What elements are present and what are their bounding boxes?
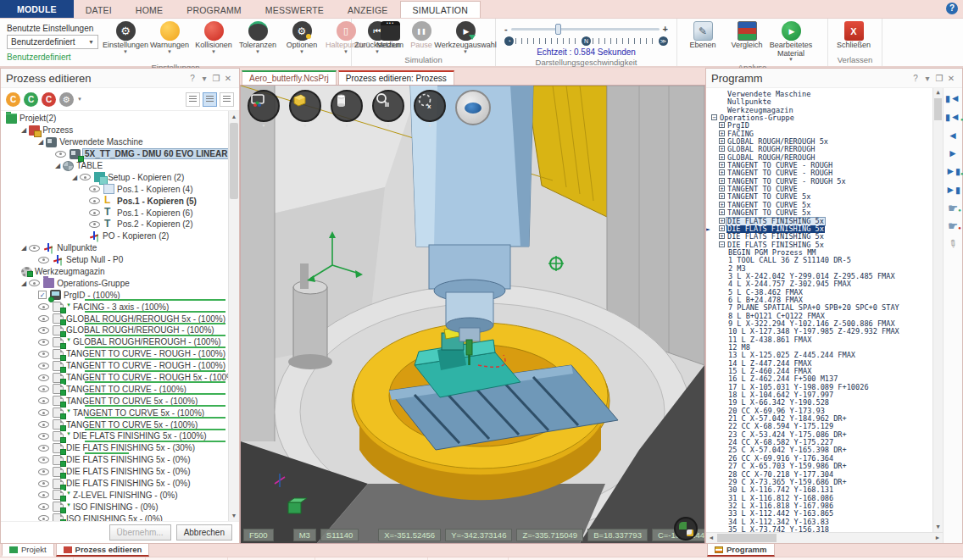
scroll-thumb[interactable] [230, 123, 238, 199]
machine-3d-view[interactable]: ▼ ▼ ▼ ▼ x ▼ F500M3S11140X=-351.52456Y=-3… [240, 85, 705, 544]
visibility-eye-icon[interactable] [38, 445, 49, 452]
ribbon-button[interactable]: Kollisionen ▼ [192, 20, 236, 54]
visibility-eye-icon[interactable] [38, 457, 49, 463]
tree-row[interactable]: ◢ ISO FINISHING 5x - (0%) [1, 513, 239, 521]
tree-row[interactable]: ◢ Operations-Gruppe [1, 277, 239, 289]
nc-code-line[interactable]: 35 L X-73.742 Y-156.318 [710, 526, 931, 532]
bottom-tab[interactable]: Programm [707, 544, 775, 557]
speed-plus[interactable]: + [663, 24, 668, 34]
zoom-view-button[interactable]: ▼ [372, 90, 404, 128]
scroll-up-icon[interactable]: ▲ [933, 88, 943, 97]
apply-button[interactable]: Übernehm... [109, 524, 171, 541]
expander-icon[interactable]: ◢ [72, 174, 77, 181]
tree-row[interactable]: ◢ DIE FLATS FINISHING 5x - (0%) [1, 466, 239, 478]
remove-stop-condition-icon[interactable]: ☛ [948, 221, 958, 231]
tree-row[interactable]: ◢ DIE FLATS FINISHING 5x - (30%) [1, 442, 239, 454]
bottom-tab[interactable]: Projekt [2, 544, 54, 557]
ribbon-tab[interactable]: HOME [124, 2, 175, 18]
tree-row[interactable]: ◢ TANGENT TO CURVE - ROUGH 5x - (100%) [1, 372, 239, 384]
scroll-right-icon[interactable]: ► [932, 533, 943, 543]
expand-box-icon[interactable]: + [719, 122, 725, 128]
tree-row[interactable]: ◢ FACING - 3 axis - (100%) [1, 301, 239, 313]
expand-box-icon[interactable]: − [719, 241, 725, 247]
expander-icon[interactable]: ◢ [21, 244, 26, 252]
scroll-down-icon[interactable]: ▼ [229, 510, 239, 521]
expand-box-icon[interactable]: + [719, 186, 725, 191]
checkbox[interactable] [38, 291, 47, 299]
tree-row[interactable]: ◢ TANGENT TO CURVE 5x - (100%) [1, 407, 239, 419]
visibility-eye-icon[interactable] [38, 421, 49, 428]
visibility-eye-icon[interactable] [38, 385, 49, 392]
visibility-eye-icon[interactable] [38, 491, 49, 498]
expand-box-icon[interactable]: + [719, 225, 725, 231]
expand-box-icon[interactable]: + [719, 138, 725, 144]
visibility-eye-icon[interactable] [38, 409, 49, 416]
back-to-collision-icon[interactable]: ▮◄ [945, 112, 960, 123]
tree-row[interactable]: ◢ GLOBAL ROUGH/REROUGH - (100%) [1, 324, 239, 336]
settings-copy-button[interactable] [59, 92, 74, 107]
ribbon-button[interactable]: Werkzeugauswahl ▼ [443, 20, 487, 54]
expand-box-icon[interactable]: + [719, 169, 725, 175]
help-icon[interactable]: ? [946, 3, 958, 14]
tree-row[interactable]: ◢ TANGENT TO CURVE - ROUGH - (100%) [1, 348, 239, 360]
expand-box-icon[interactable]: + [719, 162, 725, 168]
stock-view-button[interactable]: ▼ [289, 90, 321, 128]
tree-row[interactable]: ◢ DIE FLATS FINISHING 5x - (100%) [1, 430, 239, 442]
visibility-eye-icon[interactable] [38, 515, 49, 521]
ribbon-tab[interactable]: SIMULATION [400, 1, 481, 18]
material-removal-button[interactable]: ▼ [331, 90, 363, 128]
panel-close-icon[interactable]: ✕ [945, 74, 957, 83]
tree-row[interactable]: ◢ Nullpunkte [1, 242, 239, 254]
axis-indicator-gadget[interactable] [674, 517, 698, 541]
ribbon-button[interactable]: Vergleich ▼ [725, 20, 769, 62]
tree-row[interactable]: ◢ DIE FLATS FINISHING 5x - (0%) [1, 454, 239, 466]
visibility-eye-icon[interactable] [38, 397, 49, 404]
visibility-eye-icon[interactable] [38, 469, 49, 475]
tree-row[interactable]: ◢ Pos.1 - Kopieren (5) [1, 195, 239, 207]
panel-undock-icon[interactable]: ❐ [210, 74, 222, 83]
tree-row[interactable]: ◢ TANGENT TO CURVE - ROUGH - (100%) [1, 360, 239, 372]
ribbon-button[interactable]: Optionen ▼ [280, 20, 324, 54]
tree-row[interactable]: ◢ PrgID - (100%) [1, 289, 239, 301]
tree-row[interactable]: ◢ TANGENT TO CURVE - (100%) [1, 383, 239, 395]
visibility-eye-icon[interactable] [29, 245, 40, 252]
chevron-down-icon[interactable]: ▼ [77, 97, 82, 102]
visibility-eye-icon[interactable] [38, 433, 49, 440]
expand-box-icon[interactable]: + [719, 193, 725, 199]
panel-help-icon[interactable]: ? [910, 74, 921, 83]
tree-row[interactable]: ◢ Pos.2 - Kopieren (2) [1, 219, 239, 230]
visibility-eye-icon[interactable] [55, 151, 66, 158]
speed-slider[interactable] [511, 28, 660, 30]
expand-box-icon[interactable]: + [719, 202, 725, 208]
tree-row[interactable]: ◢ Pos.1 - Kopieren (4) [1, 183, 239, 195]
visibility-eye-icon[interactable] [89, 197, 100, 204]
scroll-down-icon[interactable]: ▼ [933, 523, 943, 532]
expand-box-icon[interactable]: + [719, 209, 725, 215]
expander-icon[interactable]: ◢ [21, 280, 26, 287]
tree-row[interactable]: ◢ TANGENT TO CURVE 5x - (100%) [1, 419, 239, 430]
cancel-button[interactable]: Abbrechen [176, 524, 232, 541]
machine-view-button[interactable]: ▼ [248, 90, 280, 128]
used-settings-select[interactable]: Benutzerdefiniert ▼ [7, 35, 98, 49]
visibility-eye-icon[interactable] [38, 374, 49, 381]
tree-row[interactable]: ◢ Z-LEVEL FINISHING - (0%) [1, 490, 239, 502]
visibility-eye-icon[interactable] [89, 186, 100, 192]
selection-mode-button[interactable]: x ▼ [414, 90, 446, 128]
tree-row[interactable]: ◢ Prozess [1, 125, 239, 136]
visibility-eye-icon[interactable] [80, 174, 91, 180]
go-to-start-icon[interactable]: ▮◄ [945, 93, 960, 104]
scroll-thumb[interactable] [934, 98, 942, 120]
visibility-eye-icon[interactable] [29, 280, 40, 286]
ribbon-button[interactable]: Bearbeitetes Material ▼ [769, 20, 813, 62]
ribbon-tab[interactable]: MESSWERTE [253, 2, 336, 18]
edit-pencil-icon[interactable]: ✎ [946, 237, 959, 251]
tree-row[interactable]: ◢ GLOBAL ROUGH/REROUGH 5x - (100%) [1, 313, 239, 324]
copy-red-button[interactable] [42, 92, 56, 107]
tree-row[interactable]: ◢ Setup Null - P0 [1, 254, 239, 266]
panel-undock-icon[interactable]: ❐ [933, 74, 945, 83]
speed-minus[interactable]: - [504, 24, 508, 34]
panel-menu-icon[interactable]: ▾ [198, 74, 210, 83]
viewport-tab[interactable]: Prozess editieren: Prozess [338, 70, 454, 85]
play-forward-icon[interactable]: ► [948, 148, 958, 158]
expand-box-icon[interactable]: − [711, 114, 717, 120]
